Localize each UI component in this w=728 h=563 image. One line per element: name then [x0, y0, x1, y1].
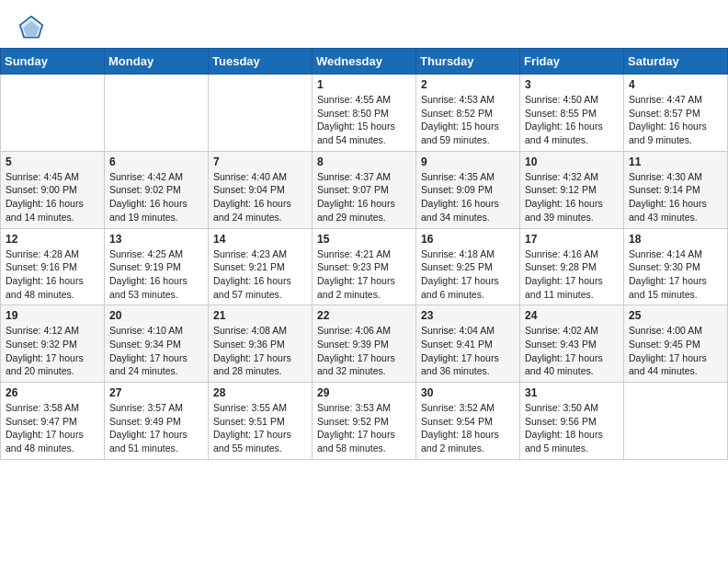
day-number: 10: [525, 155, 619, 168]
day-number: 26: [6, 386, 99, 399]
day-info: Sunrise: 4:42 AM Sunset: 9:02 PM Dayligh…: [109, 170, 203, 224]
day-number: 20: [109, 309, 203, 322]
day-info: Sunrise: 4:18 AM Sunset: 9:25 PM Dayligh…: [421, 247, 515, 302]
day-info: Sunrise: 3:53 AM Sunset: 9:52 PM Dayligh…: [317, 401, 411, 455]
day-number: 1: [317, 78, 411, 91]
day-number: 21: [213, 309, 307, 322]
day-number: 25: [629, 309, 722, 322]
day-info: Sunrise: 4:12 AM Sunset: 9:32 PM Dayligh…: [6, 324, 99, 378]
day-info: Sunrise: 4:47 AM Sunset: 8:57 PM Dayligh…: [629, 93, 722, 147]
day-number: 27: [109, 386, 203, 399]
calendar-cell: 13Sunrise: 4:25 AM Sunset: 9:19 PM Dayli…: [105, 228, 209, 305]
day-number: 18: [629, 233, 722, 246]
calendar-cell: [1, 75, 105, 152]
day-info: Sunrise: 4:02 AM Sunset: 9:43 PM Dayligh…: [525, 324, 619, 378]
day-info: Sunrise: 4:14 AM Sunset: 9:30 PM Dayligh…: [629, 247, 722, 302]
calendar-cell: [209, 75, 313, 152]
weekday-row: SundayMondayTuesdayWednesdayThursdayFrid…: [1, 49, 728, 75]
day-info: Sunrise: 4:25 AM Sunset: 9:19 PM Dayligh…: [109, 247, 203, 302]
day-info: Sunrise: 4:37 AM Sunset: 9:07 PM Dayligh…: [317, 170, 411, 224]
calendar-body: 1Sunrise: 4:55 AM Sunset: 8:50 PM Daylig…: [1, 75, 728, 460]
calendar-cell: 5Sunrise: 4:45 AM Sunset: 9:00 PM Daylig…: [1, 151, 105, 228]
weekday-header-friday: Friday: [520, 49, 624, 75]
calendar-cell: 30Sunrise: 3:52 AM Sunset: 9:54 PM Dayli…: [416, 383, 520, 460]
week-row-4: 19Sunrise: 4:12 AM Sunset: 9:32 PM Dayli…: [1, 305, 728, 383]
day-number: 12: [6, 233, 99, 246]
day-number: 23: [421, 309, 515, 322]
page-header: [0, 0, 728, 48]
day-number: 8: [317, 155, 411, 168]
day-number: 22: [317, 309, 411, 322]
day-info: Sunrise: 4:04 AM Sunset: 9:41 PM Dayligh…: [421, 324, 515, 378]
calendar-cell: 19Sunrise: 4:12 AM Sunset: 9:32 PM Dayli…: [1, 305, 105, 383]
calendar-cell: 6Sunrise: 4:42 AM Sunset: 9:02 PM Daylig…: [105, 151, 209, 228]
day-info: Sunrise: 4:08 AM Sunset: 9:36 PM Dayligh…: [213, 324, 307, 378]
day-info: Sunrise: 4:35 AM Sunset: 9:09 PM Dayligh…: [421, 170, 515, 224]
logo: [18, 15, 46, 40]
calendar-table: SundayMondayTuesdayWednesdayThursdayFrid…: [0, 48, 728, 460]
day-info: Sunrise: 3:52 AM Sunset: 9:54 PM Dayligh…: [421, 401, 515, 455]
week-row-3: 12Sunrise: 4:28 AM Sunset: 9:16 PM Dayli…: [1, 228, 728, 305]
calendar-cell: 15Sunrise: 4:21 AM Sunset: 9:23 PM Dayli…: [313, 228, 416, 305]
day-info: Sunrise: 4:23 AM Sunset: 9:21 PM Dayligh…: [213, 247, 307, 302]
day-info: Sunrise: 4:45 AM Sunset: 9:00 PM Dayligh…: [6, 170, 99, 224]
day-number: 29: [317, 386, 411, 399]
calendar-cell: 12Sunrise: 4:28 AM Sunset: 9:16 PM Dayli…: [1, 228, 105, 305]
day-number: 9: [421, 155, 515, 168]
calendar-cell: 8Sunrise: 4:37 AM Sunset: 9:07 PM Daylig…: [313, 151, 416, 228]
day-number: 3: [525, 78, 619, 91]
calendar-cell: 22Sunrise: 4:06 AM Sunset: 9:39 PM Dayli…: [313, 305, 416, 383]
day-number: 14: [213, 233, 307, 246]
day-number: 17: [525, 233, 619, 246]
calendar-cell: 7Sunrise: 4:40 AM Sunset: 9:04 PM Daylig…: [209, 151, 313, 228]
day-number: 5: [6, 155, 99, 168]
day-info: Sunrise: 4:30 AM Sunset: 9:14 PM Dayligh…: [629, 170, 722, 224]
calendar-cell: 10Sunrise: 4:32 AM Sunset: 9:12 PM Dayli…: [520, 151, 624, 228]
calendar-cell: [105, 75, 209, 152]
day-number: 7: [213, 155, 307, 168]
day-info: Sunrise: 4:32 AM Sunset: 9:12 PM Dayligh…: [525, 170, 619, 224]
weekday-header-saturday: Saturday: [624, 49, 728, 75]
day-info: Sunrise: 4:50 AM Sunset: 8:55 PM Dayligh…: [525, 93, 619, 147]
day-info: Sunrise: 3:57 AM Sunset: 9:49 PM Dayligh…: [109, 401, 203, 455]
day-info: Sunrise: 3:55 AM Sunset: 9:51 PM Dayligh…: [213, 401, 307, 455]
day-number: 30: [421, 386, 515, 399]
calendar-header: SundayMondayTuesdayWednesdayThursdayFrid…: [1, 49, 728, 75]
calendar-cell: 26Sunrise: 3:58 AM Sunset: 9:47 PM Dayli…: [1, 383, 105, 460]
calendar-cell: 25Sunrise: 4:00 AM Sunset: 9:45 PM Dayli…: [624, 305, 728, 383]
logo-icon: [18, 15, 44, 40]
day-info: Sunrise: 4:10 AM Sunset: 9:34 PM Dayligh…: [109, 324, 203, 378]
calendar-cell: 29Sunrise: 3:53 AM Sunset: 9:52 PM Dayli…: [313, 383, 416, 460]
day-number: 6: [109, 155, 203, 168]
day-info: Sunrise: 3:50 AM Sunset: 9:56 PM Dayligh…: [525, 401, 619, 455]
day-number: 28: [213, 386, 307, 399]
day-number: 16: [421, 233, 515, 246]
day-number: 11: [629, 155, 722, 168]
calendar-cell: 14Sunrise: 4:23 AM Sunset: 9:21 PM Dayli…: [209, 228, 313, 305]
day-info: Sunrise: 4:06 AM Sunset: 9:39 PM Dayligh…: [317, 324, 411, 378]
calendar-cell: 27Sunrise: 3:57 AM Sunset: 9:49 PM Dayli…: [105, 383, 209, 460]
calendar-cell: 11Sunrise: 4:30 AM Sunset: 9:14 PM Dayli…: [624, 151, 728, 228]
calendar-cell: 16Sunrise: 4:18 AM Sunset: 9:25 PM Dayli…: [416, 228, 520, 305]
calendar-cell: 9Sunrise: 4:35 AM Sunset: 9:09 PM Daylig…: [416, 151, 520, 228]
calendar-cell: 21Sunrise: 4:08 AM Sunset: 9:36 PM Dayli…: [209, 305, 313, 383]
day-number: 24: [525, 309, 619, 322]
calendar-cell: 20Sunrise: 4:10 AM Sunset: 9:34 PM Dayli…: [105, 305, 209, 383]
calendar-cell: 24Sunrise: 4:02 AM Sunset: 9:43 PM Dayli…: [520, 305, 624, 383]
calendar-cell: 17Sunrise: 4:16 AM Sunset: 9:28 PM Dayli…: [520, 228, 624, 305]
calendar-cell: 28Sunrise: 3:55 AM Sunset: 9:51 PM Dayli…: [209, 383, 313, 460]
day-number: 2: [421, 78, 515, 91]
day-info: Sunrise: 4:53 AM Sunset: 8:52 PM Dayligh…: [421, 93, 515, 147]
day-info: Sunrise: 4:55 AM Sunset: 8:50 PM Dayligh…: [317, 93, 411, 147]
weekday-header-tuesday: Tuesday: [209, 49, 313, 75]
week-row-1: 1Sunrise: 4:55 AM Sunset: 8:50 PM Daylig…: [1, 75, 728, 152]
week-row-5: 26Sunrise: 3:58 AM Sunset: 9:47 PM Dayli…: [1, 383, 728, 460]
day-info: Sunrise: 4:28 AM Sunset: 9:16 PM Dayligh…: [6, 247, 99, 302]
day-number: 4: [629, 78, 722, 91]
week-row-2: 5Sunrise: 4:45 AM Sunset: 9:00 PM Daylig…: [1, 151, 728, 228]
day-number: 15: [317, 233, 411, 246]
day-info: Sunrise: 4:00 AM Sunset: 9:45 PM Dayligh…: [629, 324, 722, 378]
weekday-header-monday: Monday: [105, 49, 209, 75]
calendar-cell: 1Sunrise: 4:55 AM Sunset: 8:50 PM Daylig…: [313, 75, 416, 152]
weekday-header-wednesday: Wednesday: [313, 49, 416, 75]
